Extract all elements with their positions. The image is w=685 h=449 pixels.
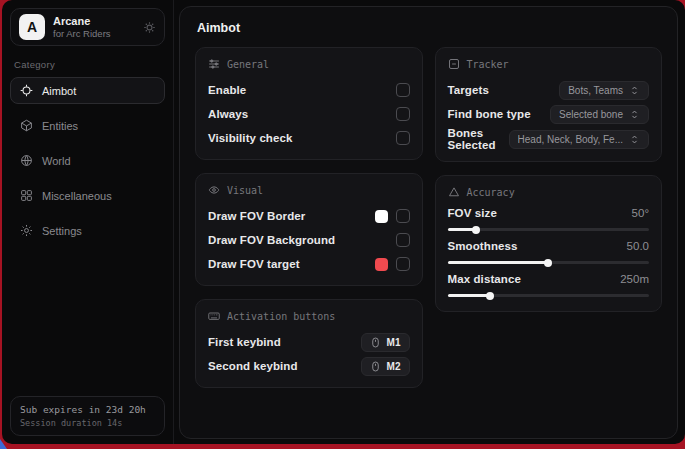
dropdown-value: Bots, Teams [568,85,623,96]
setting-row-fov-target: Draw FOV target [208,253,410,275]
setting-row-max-distance: Max distance 250m [448,273,650,297]
slider-fill [448,261,549,264]
main-panel: Aimbot General Enable [179,6,678,439]
dropdown-value: Head, Neck, Body, Fe... [518,134,623,145]
sidebar-item-world[interactable]: World [10,147,165,174]
fov-border-checkbox[interactable] [396,209,410,223]
card-columns: General Enable Always Visibility check [195,47,662,388]
max-distance-slider[interactable] [448,294,650,297]
keybind-value: M1 [387,337,401,348]
row-label: First keybind [208,336,281,348]
row-label: Draw FOV target [208,258,300,270]
sidebar-item-entities[interactable]: Entities [10,112,165,139]
cursor [0,439,7,449]
tracker-card: Tracker Targets Bots, Teams Find bone ty… [435,47,663,162]
sub-expires-text: Sub expires in 23d 20h [20,404,155,415]
mouse-icon [370,337,381,348]
setting-row-find-bone-type: Find bone type Selected bone [448,103,650,125]
setting-row-second-keybind: Second keybind M2 [208,355,410,377]
row-label: Visibility check [208,132,293,144]
setting-row-bones-selected: Bones Selected Head, Neck, Body, Fe... [448,127,650,151]
mouse-icon [370,361,381,372]
brand-name: Arcane [53,15,135,28]
brand-logo: A [19,14,45,40]
fov-size-slider[interactable] [448,228,650,231]
enable-checkbox[interactable] [396,83,410,97]
sidebar-item-label: Miscellaneous [42,190,112,202]
brand-card: A Arcane for Arc Riders [10,8,165,46]
setting-row-fov-size: FOV size 50° [448,207,650,231]
settings-gear-icon [20,224,33,237]
find-bone-type-dropdown[interactable]: Selected bone [550,105,649,124]
setting-row-fov-background: Draw FOV Background [208,229,410,251]
section-title: Activation buttons [227,311,335,322]
crosshair-icon [20,84,33,97]
smoothness-slider[interactable] [448,261,650,264]
left-column: General Enable Always Visibility check [195,47,423,388]
row-label: Enable [208,84,246,96]
setting-row-first-keybind: First keybind M1 [208,331,410,353]
triangle-icon [448,186,460,198]
fov-background-checkbox[interactable] [396,233,410,247]
accuracy-card: Accuracy FOV size 50° Smoothness [435,175,663,312]
page-title: Aimbot [197,21,660,35]
first-keybind-button[interactable]: M1 [361,333,410,352]
right-column: Tracker Targets Bots, Teams Find bone ty… [435,47,663,312]
chevrons-up-down-icon [629,85,640,96]
sidebar-nav: Aimbot Entities World Miscellaneous [10,77,165,252]
gear-icon[interactable] [143,21,156,34]
slider-fill [448,294,490,297]
row-label: Draw FOV Border [208,210,305,222]
targets-dropdown[interactable]: Bots, Teams [559,81,649,100]
scan-box-icon [448,58,460,70]
row-label: Find bone type [448,108,531,120]
row-label: Bones Selected [448,127,509,151]
setting-row-always: Always [208,103,410,125]
activation-card: Activation buttons First keybind M1 Seco… [195,299,423,388]
sidebar-item-label: Settings [42,225,82,237]
row-label: Draw FOV Background [208,234,335,246]
fov-size-value: 50° [632,207,649,219]
cube-icon [20,119,33,132]
general-card: General Enable Always Visibility check [195,47,423,160]
row-label: Always [208,108,248,120]
color-swatch-white[interactable] [375,210,388,223]
globe-icon [20,154,33,167]
accuracy-header: Accuracy [448,186,650,198]
color-swatch-red[interactable] [375,258,388,271]
session-duration-text: Session duration 14s [20,418,155,428]
setting-row-smoothness: Smoothness 50.0 [448,240,650,264]
second-keybind-button[interactable]: M2 [361,357,410,376]
section-title: Accuracy [467,187,515,198]
keybind-value: M2 [387,361,401,372]
general-header: General [208,58,410,70]
eye-icon [208,184,220,196]
fov-target-checkbox[interactable] [396,257,410,271]
setting-row-targets: Targets Bots, Teams [448,79,650,101]
sidebar-item-miscellaneous[interactable]: Miscellaneous [10,182,165,209]
setting-row-fov-border: Draw FOV Border [208,205,410,227]
chevrons-up-down-icon [629,134,640,145]
category-label: Category [14,59,161,70]
setting-row-visibility-check: Visibility check [208,127,410,149]
max-distance-value: 250m [620,273,649,285]
sidebar-item-label: Aimbot [42,85,76,97]
visual-header: Visual [208,184,410,196]
bones-selected-dropdown[interactable]: Head, Neck, Body, Fe... [509,130,649,149]
row-label: Max distance [448,273,521,285]
row-label: FOV size [448,207,497,219]
always-checkbox[interactable] [396,107,410,121]
visibility-check-checkbox[interactable] [396,131,410,145]
section-title: Visual [227,185,263,196]
sidebar-item-label: Entities [42,120,78,132]
sidebar-item-settings[interactable]: Settings [10,217,165,244]
visual-card: Visual Draw FOV Border Draw FOV Backgrou… [195,173,423,286]
sidebar-item-label: World [42,155,71,167]
setting-row-enable: Enable [208,79,410,101]
row-label: Targets [448,84,489,96]
chevrons-up-down-icon [629,109,640,120]
sidebar-item-aimbot[interactable]: Aimbot [10,77,165,104]
brand-subtitle: for Arc Riders [53,28,135,39]
row-label: Second keybind [208,360,298,372]
tracker-header: Tracker [448,58,650,70]
